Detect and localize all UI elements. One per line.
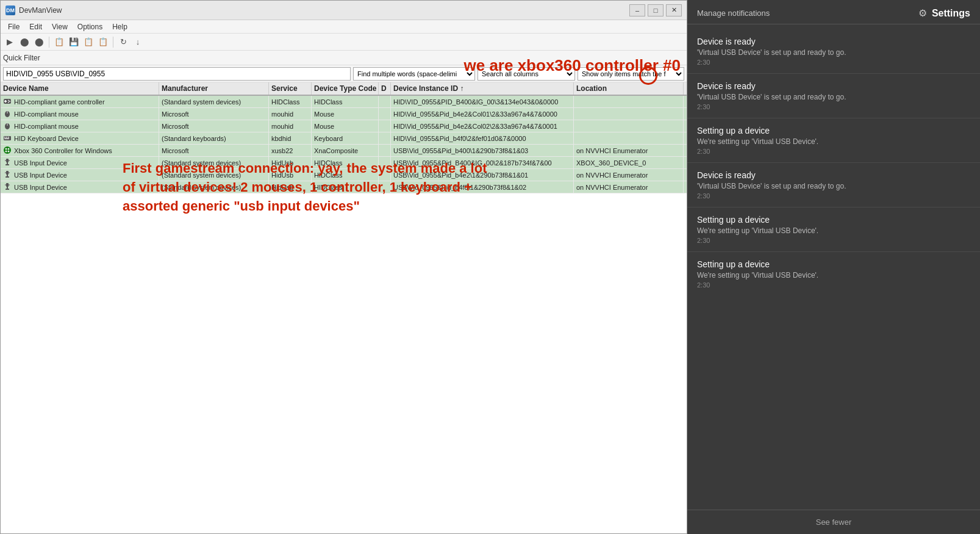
cell-did: USB\Vid_0955&Pid_b4f0\1&290b73f8&1&02 <box>391 181 574 193</box>
toolbar-export-btn[interactable]: 💾 <box>67 35 80 49</box>
search-columns-dropdown[interactable]: Search all columns <box>477 67 575 81</box>
menu-file[interactable]: File <box>3 21 24 32</box>
cell-location: on NVVHCI Enumerator <box>574 169 684 181</box>
devman-window: DM DevManView – □ ✕ File Edit View Optio… <box>0 0 687 534</box>
col-header-service[interactable]: Service <box>269 82 312 95</box>
toolbar-reload-btn[interactable]: ↻ <box>116 35 130 49</box>
notification-item: Setting up a device We're setting up 'Vi… <box>687 252 980 296</box>
close-button[interactable]: ✕ <box>666 4 682 16</box>
mouse-icon <box>3 121 12 131</box>
cell-dtc: XnaComposite <box>312 145 379 156</box>
notification-time: 2:30 <box>697 103 970 110</box>
menu-help[interactable]: Help <box>107 21 132 32</box>
toolbar-refresh-btn[interactable]: ▶ <box>3 35 16 49</box>
cell-service: HidUsb <box>269 169 312 181</box>
table-row[interactable]: HID-compliant mouse Microsoft mouhid Mou… <box>1 120 687 132</box>
toolbar-separator-1 <box>49 37 49 48</box>
cell-name: USB Input Device <box>1 181 159 193</box>
svg-rect-2 <box>4 101 7 102</box>
notification-title: Device is ready <box>697 37 970 46</box>
cell-service: xusb22 <box>269 145 312 156</box>
cell-name: Xbox 360 Controller for Windows <box>1 145 159 156</box>
svg-point-3 <box>8 99 9 101</box>
notification-time: 2:30 <box>697 192 970 200</box>
svg-rect-14 <box>4 138 9 139</box>
notification-time: 2:30 <box>697 281 970 289</box>
svg-rect-23 <box>5 160 6 161</box>
minimize-button[interactable]: – <box>629 4 645 16</box>
cell-dtc: Mouse <box>312 120 379 132</box>
cell-location <box>574 96 684 107</box>
toolbar-save-btn[interactable]: 📋 <box>52 35 66 49</box>
manage-notifications-link[interactable]: Manage notifications <box>697 9 770 18</box>
cell-service: kbdhid <box>269 132 312 144</box>
cell-manufacturer: (Standard system devices) <box>159 181 269 193</box>
cell-dtc: HIDClass <box>312 96 379 107</box>
menu-view[interactable]: View <box>47 21 73 32</box>
notification-body: 'Virtual USB Device' is set up and ready… <box>697 93 970 101</box>
cell-dtc: Mouse <box>312 108 379 120</box>
column-headers: Device Name Manufacturer Service Device … <box>1 82 687 96</box>
window-title: DevManView <box>19 6 629 15</box>
cell-d <box>379 132 391 144</box>
notification-body: We're setting up 'Virtual USB Device'. <box>697 226 970 235</box>
notifications-header: Manage notifications ⚙ Settings <box>687 0 980 24</box>
svg-rect-7 <box>7 111 8 114</box>
maximize-button[interactable]: □ <box>648 4 663 16</box>
gamepad-icon <box>3 97 12 107</box>
cell-location <box>574 132 684 144</box>
cell-dtc: Keyboard <box>312 132 379 144</box>
svg-point-15 <box>4 146 11 154</box>
toolbar-copy-btn[interactable]: 📋 <box>82 35 95 49</box>
title-bar: DM DevManView – □ ✕ <box>1 1 687 20</box>
notifications-panel: Manage notifications ⚙ Settings Device i… <box>687 0 980 534</box>
see-fewer-button[interactable]: See fewer <box>687 510 980 534</box>
table-row[interactable]: USB Input Device (Standard system device… <box>1 181 687 193</box>
svg-point-4 <box>9 101 10 102</box>
cell-did: USB\Vid_0955&Pid_B400&IG_00\2&187b734f&7… <box>391 157 574 168</box>
toolbar-down-btn[interactable]: ↓ <box>131 35 145 49</box>
svg-rect-13 <box>8 137 9 138</box>
cell-manufacturer: (Standard system devices) <box>159 157 269 168</box>
svg-point-5 <box>8 101 9 103</box>
table-row[interactable]: USB Input Device (Standard system device… <box>1 157 687 169</box>
svg-rect-12 <box>6 137 7 138</box>
toolbar-btn2[interactable]: ⬤ <box>18 35 31 49</box>
settings-title[interactable]: Settings <box>932 8 970 19</box>
notification-title: Device is ready <box>697 170 970 180</box>
col-header-manufacturer[interactable]: Manufacturer <box>159 82 269 95</box>
menu-options[interactable]: Options <box>73 21 107 32</box>
filter-input[interactable] <box>3 67 351 81</box>
cell-manufacturer: (Standard system devices) <box>159 169 269 181</box>
cell-manufacturer: (Standard system devices) <box>159 96 269 107</box>
toolbar: ▶ ⬤ ⬤ 📋 💾 📋 📋 ↻ ↓ <box>1 34 687 51</box>
table-row[interactable]: Xbox 360 Controller for Windows Microsof… <box>1 145 687 157</box>
notification-item: Setting up a device We're setting up 'Vi… <box>687 118 980 163</box>
notification-item: Setting up a device We're setting up 'Vi… <box>687 207 980 252</box>
cell-location <box>574 108 684 120</box>
table-row[interactable]: HID-compliant mouse Microsoft mouhid Mou… <box>1 108 687 120</box>
col-header-did[interactable]: Device Instance ID ↑ <box>391 82 574 95</box>
cell-name: HID Keyboard Device <box>1 132 159 144</box>
show-items-dropdown[interactable]: Show only items match the f <box>578 67 684 81</box>
col-header-dtc[interactable]: Device Type Code <box>312 82 379 95</box>
usb-icon <box>3 170 12 180</box>
col-header-location[interactable]: Location <box>574 82 684 95</box>
cell-name: USB Input Device <box>1 157 159 168</box>
toolbar-btn3[interactable]: ⬤ <box>32 35 46 49</box>
notifications-list: Device is ready 'Virtual USB Device' is … <box>687 24 980 510</box>
cell-location: on NVVHCI Enumerator <box>574 181 684 193</box>
cell-d <box>379 145 391 156</box>
table-row[interactable]: HID-compliant game controller (Standard … <box>1 96 687 108</box>
cell-d <box>379 96 391 107</box>
find-words-dropdown[interactable]: Find multiple words (space-delimi <box>353 67 475 81</box>
table-row[interactable]: USB Input Device (Standard system device… <box>1 169 687 181</box>
col-header-name[interactable]: Device Name <box>1 82 159 95</box>
notification-time: 2:30 <box>697 148 970 155</box>
table-row[interactable]: HID Keyboard Device (Standard keyboards)… <box>1 132 687 145</box>
svg-rect-34 <box>9 184 10 186</box>
menu-edit[interactable]: Edit <box>24 21 47 32</box>
svg-rect-20 <box>6 159 9 162</box>
col-header-d[interactable]: D <box>379 82 391 95</box>
toolbar-paste-btn[interactable]: 📋 <box>96 35 110 49</box>
